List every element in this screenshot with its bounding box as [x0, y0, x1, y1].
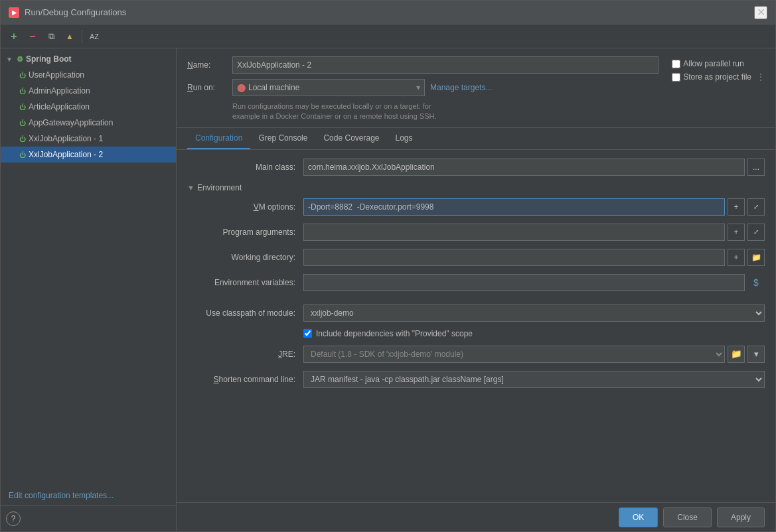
program-args-input-group: + ⤢ — [303, 224, 765, 241]
item-label: UserApplication — [29, 70, 84, 80]
spring-boot-label: Spring Boot — [26, 54, 72, 64]
include-deps-label[interactable]: Include dependencies with "Provided" sco… — [303, 329, 473, 338]
name-row: Name: — [187, 56, 659, 74]
program-args-label: Program arguments: — [187, 228, 303, 237]
expand-icon: ▼ — [6, 56, 13, 63]
copy-config-button[interactable]: ⧉ — [43, 29, 59, 44]
environment-section-label: Environment — [197, 183, 242, 192]
sort-button[interactable]: AZ — [86, 29, 102, 44]
manage-targets-link[interactable]: Manage targets... — [430, 83, 492, 92]
store-project-text: Store as project file — [683, 72, 751, 82]
tab-logs[interactable]: Logs — [388, 128, 421, 149]
program-args-input[interactable] — [303, 224, 725, 241]
vm-options-label: VM options: — [187, 202, 303, 212]
sidebar-item-xxljob-1[interactable]: ⏻ XxlJobApplication - 1 — [1, 131, 176, 147]
dialog-title: Run/Debug Configurations — [25, 7, 754, 17]
edit-templates-link[interactable]: Edit configuration templates... — [1, 486, 176, 505]
bottom-bar: OK Close Apply — [177, 502, 775, 531]
toolbar-separator — [82, 30, 82, 43]
form-content: Main class: ... ▼ Environment VM options… — [177, 150, 775, 502]
ok-button[interactable]: OK — [619, 507, 658, 527]
hint-text: Run configurations may be executed local… — [232, 101, 659, 122]
include-deps-text: Include dependencies with "Provided" sco… — [316, 329, 473, 338]
cancel-button[interactable]: Close — [663, 507, 712, 527]
env-vars-input-group: $ — [303, 274, 765, 291]
name-input[interactable] — [232, 56, 659, 74]
config-header: Name: Run on: ⬤ Local machine ▾ — [177, 48, 775, 128]
move-up-button[interactable]: ▲ — [62, 29, 78, 44]
vm-options-input[interactable] — [303, 198, 725, 216]
env-vars-row: Environment variables: $ — [187, 273, 765, 292]
environment-section-header[interactable]: ▼ Environment — [187, 183, 765, 192]
run-icon: ⏻ — [19, 88, 26, 95]
vm-options-add-button[interactable]: + — [728, 198, 745, 216]
working-dir-row: Working directory: + 📁 — [187, 248, 765, 267]
spring-boot-group[interactable]: ▼ ⚙ Spring Boot — [1, 51, 176, 67]
working-dir-label: Working directory: — [187, 253, 303, 262]
tab-code-coverage[interactable]: Code Coverage — [315, 128, 387, 149]
config-tree: ▼ ⚙ Spring Boot ⏻ UserApplication ⏻ Admi… — [1, 48, 176, 486]
program-args-expand-button[interactable]: ⤢ — [747, 224, 765, 241]
classpath-label: Use classpath of module: — [187, 308, 303, 318]
remove-config-button[interactable]: − — [25, 29, 40, 44]
env-vars-label: Environment variables: — [187, 278, 303, 287]
main-class-browse-button[interactable]: ... — [747, 159, 765, 176]
jre-dropdown-button[interactable]: ▾ — [747, 346, 765, 363]
working-dir-browse-button[interactable]: 📁 — [747, 249, 765, 266]
title-bar: ▶ Run/Debug Configurations ✕ — [1, 1, 775, 25]
main-class-input-group: ... — [303, 159, 765, 176]
vm-options-row: VM options: + ⤢ — [187, 198, 765, 216]
main-class-input[interactable] — [303, 159, 745, 176]
item-label: ArticleApplication — [29, 102, 90, 111]
tab-grep-console[interactable]: Grep Console — [250, 128, 315, 149]
store-project-checkbox[interactable] — [672, 73, 680, 82]
program-args-row: Program arguments: + ⤢ — [187, 223, 765, 241]
sidebar-item-appgateway-app[interactable]: ⏻ AppGatewayApplication — [1, 115, 176, 131]
run-on-select[interactable]: ⬤ Local machine ▾ — [232, 79, 425, 96]
working-dir-input[interactable] — [303, 249, 725, 266]
shorten-cmd-select[interactable]: JAR manifest - java -cp classpath.jar cl… — [303, 371, 765, 388]
working-dir-add-button[interactable]: + — [728, 249, 745, 266]
classpath-select[interactable]: xxljob-demo — [303, 304, 765, 322]
run-on-value: Local machine — [248, 83, 299, 92]
jre-select[interactable]: Default (1.8 - SDK of 'xxljob-demo' modu… — [303, 346, 725, 363]
include-deps-checkbox[interactable] — [303, 329, 312, 338]
working-dir-input-group: + 📁 — [303, 249, 765, 266]
jre-label: JRE: — [187, 350, 303, 359]
help-button[interactable]: ? — [6, 511, 21, 526]
item-label: XxlJobApplication - 1 — [29, 134, 103, 143]
sidebar-item-admin-app[interactable]: ⏻ AdminApplication — [1, 83, 176, 99]
add-config-button[interactable]: + — [6, 29, 22, 44]
more-options-icon[interactable]: ⋮ — [757, 72, 765, 82]
sidebar-item-user-app[interactable]: ⏻ UserApplication — [1, 67, 176, 83]
program-args-add-button[interactable]: + — [728, 224, 745, 241]
vm-options-input-group: + ⤢ — [303, 198, 765, 216]
env-vars-dollar-button[interactable]: $ — [747, 274, 765, 291]
allow-parallel-label[interactable]: Allow parallel run — [672, 59, 743, 68]
left-panel: ▼ ⚙ Spring Boot ⏻ UserApplication ⏻ Admi… — [1, 48, 177, 531]
item-label: AdminApplication — [29, 86, 90, 96]
sidebar-item-article-app[interactable]: ⏻ ArticleApplication — [1, 99, 176, 115]
main-class-row: Main class: ... — [187, 158, 765, 176]
store-project-label[interactable]: Store as project file ⋮ — [672, 72, 765, 82]
sidebar-item-xxljob-2[interactable]: ⏻ XxlJobApplication - 2 — [1, 147, 176, 163]
dropdown-arrow-icon: ▾ — [416, 83, 420, 92]
run-icon: ⏻ — [19, 119, 26, 127]
classpath-row: Use classpath of module: xxljob-demo — [187, 304, 765, 322]
tab-configuration[interactable]: Configuration — [187, 128, 250, 149]
left-bottom: ? — [1, 505, 176, 531]
apply-button[interactable]: Apply — [717, 507, 765, 527]
jre-row: JRE: Default (1.8 - SDK of 'xxljob-demo'… — [187, 345, 765, 364]
right-panel: Name: Run on: ⬤ Local machine ▾ — [177, 48, 775, 531]
allow-parallel-text: Allow parallel run — [683, 59, 743, 68]
jre-browse-button[interactable]: 📁 — [728, 346, 745, 363]
close-button[interactable]: ✕ — [754, 6, 767, 19]
vm-options-expand-button[interactable]: ⤢ — [747, 198, 765, 216]
allow-parallel-checkbox[interactable] — [672, 60, 680, 68]
main-class-label: Main class: — [187, 163, 303, 172]
run-icon: ⏻ — [19, 135, 26, 143]
env-vars-input[interactable] — [303, 274, 745, 291]
run-on-row: Run on: ⬤ Local machine ▾ Manage targets… — [187, 79, 659, 96]
main-content: ▼ ⚙ Spring Boot ⏻ UserApplication ⏻ Admi… — [1, 48, 775, 531]
shorten-cmd-row: Shorten command line: JAR manifest - jav… — [187, 370, 765, 389]
